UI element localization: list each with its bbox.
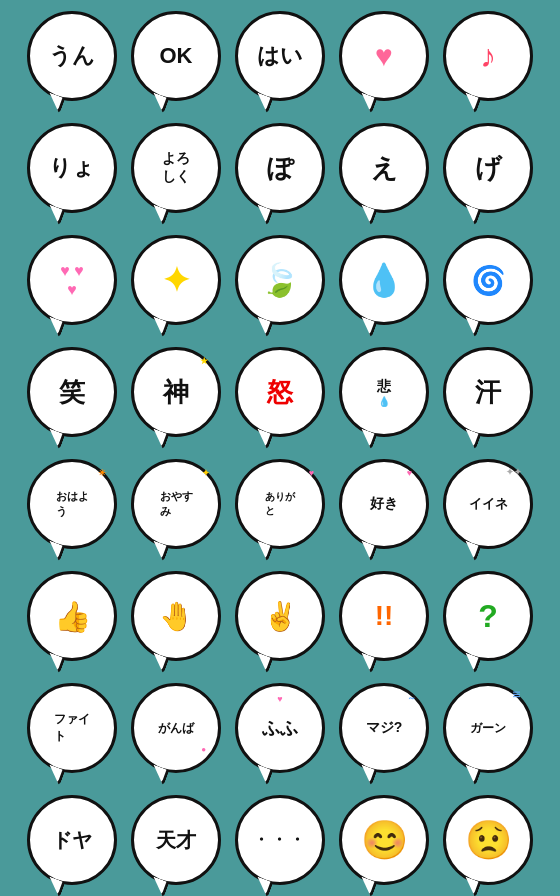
bubble-text: 神 (163, 375, 189, 410)
bubble-text: 天才 (156, 827, 196, 854)
love-hearts-icon: ♥ ♥♥ (60, 261, 83, 299)
drop-icon: 💧 (364, 261, 404, 299)
bubble-music[interactable]: ♪ (443, 11, 533, 101)
bubble-text: ドヤ (52, 827, 92, 854)
music-icon: ♪ (480, 38, 496, 75)
bubble-fufu[interactable]: ♥ ふふ (235, 683, 325, 773)
bubble-text: ありがと (265, 490, 295, 518)
bubble-question[interactable]: ? (443, 571, 533, 661)
double-exclaim-icon: !! (375, 600, 394, 632)
bubble-text: よろしく (162, 150, 190, 186)
bubble-ase[interactable]: 汗 (443, 347, 533, 437)
bubble-text: おやすみ (160, 489, 193, 519)
bubble-fight[interactable]: ファイト (27, 683, 117, 773)
spiral-icon: 🌀 (471, 264, 506, 297)
bubble-text: ・・・ (253, 830, 307, 851)
bubble-text: うん (49, 41, 95, 71)
bubble-peace[interactable]: ✌️ (235, 571, 325, 661)
bubble-text: げ (475, 151, 502, 186)
bubble-drop[interactable]: 💧 (339, 235, 429, 325)
bubble-gaan[interactable]: ||| ガーン (443, 683, 533, 773)
bubble-tensai[interactable]: 天才 (131, 795, 221, 885)
bubble-ohayou[interactable]: おはよう ☀ (27, 459, 117, 549)
bubble-heart[interactable]: ♥ (339, 11, 429, 101)
bubble-text: 怒 (267, 375, 293, 410)
bubble-yoroshiku[interactable]: よろしく (131, 123, 221, 213)
question-icon: ? (478, 598, 498, 635)
bubble-text: イイネ (469, 495, 508, 513)
star-sm-badge: ✦ (202, 468, 210, 478)
bubble-kami[interactable]: ★ 神 (131, 347, 221, 437)
bubble-sad[interactable]: 😟 (443, 795, 533, 885)
sweat2: ～ (407, 692, 416, 705)
bubble-text: ガーン (470, 720, 506, 737)
bubble-text: りょ (49, 153, 95, 183)
bubble-hand[interactable]: 🤚 (131, 571, 221, 661)
smile-face: 😊 (361, 818, 408, 862)
bubble-text: マジ? (366, 719, 403, 737)
heart-sm-badge: ♥ (309, 468, 314, 478)
bubble-text: OK (160, 43, 193, 69)
bubble-ryo[interactable]: りょ (27, 123, 117, 213)
bubble-e[interactable]: え (339, 123, 429, 213)
bubble-hai[interactable]: はい (235, 11, 325, 101)
hand-icon: 🤚 (159, 600, 194, 633)
heart-top: ♥ (407, 468, 412, 478)
bubble-spiral[interactable]: 🌀 (443, 235, 533, 325)
bubble-ok[interactable]: OK (131, 11, 221, 101)
bubble-maji[interactable]: ～ マジ? (339, 683, 429, 773)
bubble-okoru[interactable]: 怒 (235, 347, 325, 437)
bubble-oyasumi[interactable]: おやすみ ✦ (131, 459, 221, 549)
bubble-text: がんば (158, 720, 194, 737)
bubble-text: 悲 (377, 378, 391, 396)
sparkle-sm: ✦✦ (506, 467, 522, 477)
bubble-text: ふふ (262, 716, 298, 740)
leaf-icon: 🍃 (260, 261, 300, 299)
bubble-exclaim[interactable]: !! (339, 571, 429, 661)
bubble-text: おはよう (56, 489, 89, 519)
bubble-un[interactable]: うん (27, 11, 117, 101)
bubble-dots[interactable]: ・・・ (235, 795, 325, 885)
sparkle-icon: ✦ (162, 260, 190, 300)
emoji-grid: うん OK はい ♥ ♪ りょ よろしく ぽ え げ ♥ ♥♥ ✦ 🍃 💧 🌀 (14, 0, 546, 896)
sweat-accent: 💧 (378, 396, 390, 407)
bubble-ganba[interactable]: がんば ● (131, 683, 221, 773)
bubble-text: ぽ (267, 151, 294, 186)
bubble-text: 笑 (59, 375, 85, 410)
thumb-icon: 👍 (54, 599, 91, 634)
bubble-text: 汗 (475, 375, 501, 410)
bubble-smile[interactable]: 😊 (339, 795, 429, 885)
bubble-sparkle[interactable]: ✦ (131, 235, 221, 325)
bubble-iine[interactable]: ✦✦ イイネ (443, 459, 533, 549)
bubble-arigatou[interactable]: ありがと ♥ (235, 459, 325, 549)
heart-sm2: ♥ (277, 694, 282, 704)
bubble-thumb[interactable]: 👍 (27, 571, 117, 661)
bubble-text: はい (257, 41, 303, 71)
sun-badge: ☀ (98, 468, 106, 478)
sad-face: 😟 (465, 818, 512, 862)
bubble-ge[interactable]: げ (443, 123, 533, 213)
bubble-text: ファイト (54, 711, 90, 745)
bubble-text: え (371, 151, 398, 186)
bubble-love-hearts[interactable]: ♥ ♥♥ (27, 235, 117, 325)
star-badge: ★ (200, 356, 208, 366)
peace-icon: ✌️ (263, 600, 298, 633)
bubble-doya[interactable]: ドヤ (27, 795, 117, 885)
heart-icon: ♥ (375, 39, 393, 73)
bubble-po[interactable]: ぽ (235, 123, 325, 213)
lines-accent: ||| (513, 691, 522, 698)
bubble-text: 好き (370, 495, 398, 513)
bubble-kanashii[interactable]: 悲 💧 (339, 347, 429, 437)
bubble-warai[interactable]: 笑 (27, 347, 117, 437)
small-dot: ● (201, 745, 206, 754)
bubble-leaf[interactable]: 🍃 (235, 235, 325, 325)
bubble-suki[interactable]: ♥ 好き (339, 459, 429, 549)
